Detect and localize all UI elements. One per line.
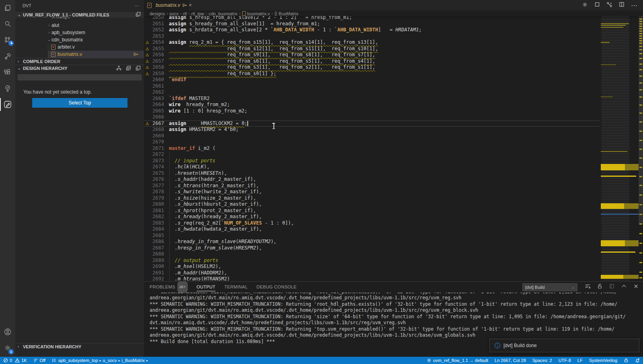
output-channel-dropdown[interactable]: [dvt] Build ⌄ [522,283,577,291]
code-line-2670[interactable]: 2670 [144,139,600,145]
hierarchy-icon[interactable] [116,65,121,72]
settings-gear-icon[interactable]: 1 [0,340,15,356]
code-line-2671[interactable]: 2671master_if i_m2 ( [144,145,600,152]
code-line-2674[interactable]: 2674 .hclk(HCLK), [144,164,600,170]
code-line-2691[interactable]: 2691 .m_haddr(HADDRM2), [144,270,600,276]
close-panel-icon[interactable] [633,283,639,291]
code-line-2657[interactable]: ⚠2657 req_from_s6[1], req_from_s5[1], re… [144,58,600,65]
breadcrumb-item[interactable]: rtl [183,11,187,16]
code-line-2659[interactable]: ⚠2659 req_from_s0[1] }; [144,71,600,77]
maximize-panel-icon[interactable] [621,283,627,291]
open-editors-icon[interactable] [136,12,141,18]
hierarchy-filter-input[interactable] [18,74,142,80]
run-box-icon[interactable] [594,2,600,9]
trace-graph-icon[interactable] [606,2,612,9]
sidebar-item-busmatrix-v[interactable]: busmatrix.v9+ [48,51,144,58]
code-line-2686[interactable]: 2686 .hready_in_from_slave(HREADYOUTM2), [144,239,600,245]
breadcrumb-item[interactable]: rtl_lpw [191,11,204,16]
code-line-2681[interactable]: 2681 .s_hprot(hprot_2_master_if), [144,208,600,214]
code-line-2663[interactable]: 2663`ifdef MASTER2 [144,96,600,102]
encoding[interactable]: UTF-8 [559,358,571,363]
code-line-2664[interactable]: 2664wire hready_from_m2; [144,102,600,108]
build-trace-icon[interactable] [0,32,15,48]
code-line-2669[interactable]: 2669 [144,133,600,139]
problems-status[interactable]: 0 1K [3,358,27,363]
code-line-2668[interactable]: 2668assign HMASTERM2 = 4'b0; [144,127,600,133]
code-line-2673[interactable]: 2673 // input ports [144,158,600,164]
breadcrumb-item[interactable]: designs [150,11,165,16]
unlock-icon[interactable] [597,283,603,291]
sidebar-item-cdn_busmatrix[interactable]: ⌄cdn_busmatrix [15,36,144,43]
scrollbar-thumb[interactable] [639,16,643,224]
dvt-editor-icon[interactable] [0,96,15,112]
code-line-2675[interactable]: 2675 .hresetn(HRESETn), [144,170,600,177]
code-line-2676[interactable]: 2676 .s_haddr(haddr_2_master_if), [144,176,600,183]
section-design-hierarchy[interactable]: ⌄ DESIGN HIERARCHY [15,65,144,72]
notifications-bell-icon[interactable] [635,358,640,363]
account-icon[interactable] [0,324,15,340]
code-line-2656[interactable]: ⚠2656 req_from_s9[1], req_from_s8[1], re… [144,52,600,58]
code-line-2687[interactable]: 2687 .hresp_in_from_slave(HRESPM2), [144,245,600,252]
breadcrumb-item[interactable]: cdn_busmatrix [209,11,238,16]
run-verification-icon[interactable] [0,48,15,64]
clear-output-icon[interactable] [585,283,591,291]
code-line-2667[interactable]: ⚠2667assign HMASTLOCKM2 = 0; [144,121,600,127]
code-line-2652[interactable]: 2652assign s_hrdata_from_all_slave[2 * `… [144,27,600,33]
section-compiled-files[interactable]: ⌄ UVM_REF_FLOW_1.1 - COMPILED FILES [15,11,144,18]
code-line-2661[interactable]: 2661 [144,83,600,90]
tab-close-icon[interactable]: × [189,2,192,8]
code-line-2654[interactable]: ⚠2654assign req_2_m1 = { req_from_s15[1]… [144,39,600,46]
cursor-position[interactable]: Ln 2667, Col 28 [495,358,526,363]
more-actions-icon[interactable]: ⋯ [631,2,637,9]
eol[interactable]: LF [577,358,583,363]
sidebar-more-icon[interactable]: ⋯ [135,3,139,8]
search-icon[interactable] [0,16,15,32]
checker-toggle[interactable]: Off [33,358,45,363]
code-line-2678[interactable]: 2678 .s_hwrite(hwrite_2_master_if), [144,189,600,195]
code-line-2665[interactable]: 2665wire [1 : 0] hresp_from_m2; [144,108,600,115]
breadcrumb-item[interactable]: socv [169,11,179,16]
panel-tab-debug-console[interactable]: DEBUG CONSOLE [257,282,297,292]
new-window-icon[interactable] [126,65,131,72]
code-line-2672[interactable]: 2672 [144,151,600,158]
open-in-editor-icon[interactable] [609,283,615,291]
explorer-icon[interactable] [0,0,15,16]
code-line-2653[interactable]: 2653 [144,33,600,40]
sidebar-item-ahb2apb[interactable]: ›ahb2apb [15,18,144,22]
code-line-2662[interactable]: 2662 [144,89,600,96]
code-line-2658[interactable]: ⚠2658 req_from_s3[1], req_from_s2[1], re… [144,64,600,71]
language-mode[interactable]: SystemVerilog [589,358,617,363]
section-compile-order[interactable]: › COMPILE ORDER [15,58,144,65]
code-line-2650[interactable]: 2650assign s_hresp_from_all_slave[2 * 2 … [144,16,600,21]
notification-toast[interactable]: i [dvt] Build done [489,339,639,352]
code-line-2688[interactable]: 2688 [144,251,600,258]
hierarchy-path-item[interactable]: i_BusMatrix [121,358,144,363]
hierarchy-path-item[interactable]: apb_subsystem_top [58,358,98,363]
section-verification-hierarchy[interactable]: › VERIFICATION HIERARCHY [15,343,144,350]
sidebar-item-alut[interactable]: ›alut [15,22,144,29]
code-line-2685[interactable]: 2685 [144,233,600,239]
tab-busmatrix[interactable]: busmatrix.v 9+ × [144,0,189,10]
hierarchy-path-item[interactable]: u_socv [103,358,117,363]
code-line-2660[interactable]: 2660`endif [144,77,600,83]
breadcrumb-item[interactable]: BusMatrix [279,11,298,16]
breadcrumb-item[interactable]: busmatrix.v [247,11,270,16]
minimap[interactable] [600,16,639,281]
project-config[interactable]: uvm_ref_flow_1.1 → default [427,358,488,363]
lock-icon[interactable] [624,358,629,363]
code-line-2679[interactable]: 2679 .s_hsize(hsize_2_master_if), [144,195,600,202]
code-line-2684[interactable]: 2684 .s_hwdata(hwdata_2_master_if), [144,226,600,233]
code-line-2682[interactable]: 2682 .s_hready(hready_2_master_if), [144,214,600,220]
code-line-2655[interactable]: ⚠2655 req_from_s12[1], req_from_s11[1], … [144,46,600,52]
editor-settings-icon[interactable] [582,2,588,9]
code-line-2683[interactable]: 2683 .s_req(req_2_m2[`NUM_OF_SLAVES - 1 … [144,220,600,227]
indentation[interactable]: Spaces: 2 [532,358,552,363]
panel-tab-terminal[interactable]: TERMINAL [224,282,248,292]
verification-tree-icon[interactable] [0,80,15,96]
code-line-2692[interactable]: 2692 .m_htrans(HTRANSM2) [144,276,600,281]
select-top-button[interactable]: Select Top [32,98,127,108]
code-line-2677[interactable]: 2677 .s_htrans(htran_2_master_if), [144,183,600,189]
panel-tab-output[interactable]: OUTPUT [197,282,216,292]
panel-tab-problems[interactable]: PROBLEMS1K+ [150,282,188,292]
sidebar-item-apb_subsystem[interactable]: ›apb_subsystem [15,29,144,36]
